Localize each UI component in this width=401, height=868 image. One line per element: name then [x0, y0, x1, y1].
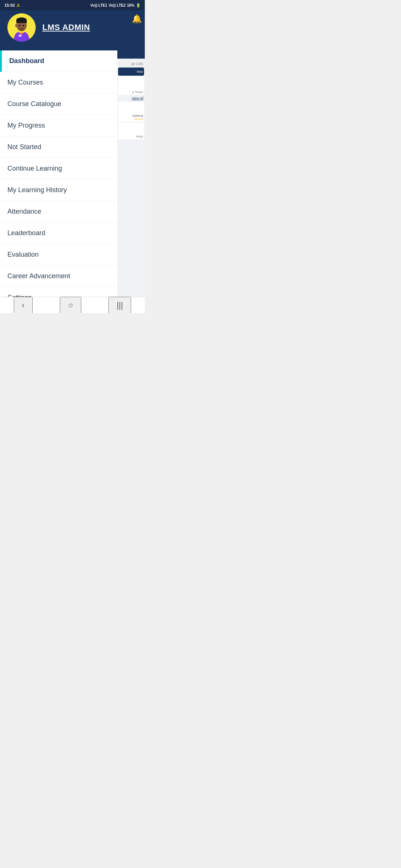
- nav-drawer: LMS ADMIN DashboardMy CoursesCourse Cata…: [0, 0, 117, 313]
- nav-menu: DashboardMy CoursesCourse CatalogueMy Pr…: [0, 50, 117, 313]
- sidebar-item-attendance[interactable]: Attendance: [0, 201, 117, 223]
- menu-button[interactable]: |||: [108, 297, 131, 313]
- sidebar-item-label-evaluation: Evaluation: [7, 251, 39, 259]
- status-right: Vo)) LTE1 Vo)) LTE2 16% 🔋: [91, 3, 140, 7]
- bottom-nav: ‹ ○ |||: [0, 297, 145, 313]
- time-display: 15:02: [4, 3, 15, 7]
- sidebar-item-label-my-progress: My Progress: [7, 122, 45, 129]
- sidebar-item-label-not-started: Not Started: [7, 143, 41, 151]
- sidebar-item-my-learning-history[interactable]: My Learning History: [0, 180, 117, 201]
- svg-rect-3: [19, 34, 22, 37]
- sidebar-item-label-attendance: Attendance: [7, 208, 41, 216]
- sidebar-item-label-career-advancement: Career Advancement: [7, 272, 70, 280]
- right-content: ge Cafe ress y Team View All Somna 46 Po…: [117, 59, 145, 142]
- partial-card-1: y Team: [118, 76, 144, 95]
- signal1-label: Vo)) LTE1: [91, 3, 107, 7]
- battery-icon: 🔋: [136, 3, 140, 7]
- partial-text-1: ge Cafe: [118, 61, 144, 67]
- sidebar-item-course-catalogue[interactable]: Course Catalogue: [0, 93, 117, 115]
- warning-icon: ⚠: [16, 3, 20, 8]
- user-name[interactable]: LMS ADMIN: [42, 23, 90, 32]
- sidebar-item-leaderboard[interactable]: Leaderboard: [0, 223, 117, 244]
- sidebar-item-continue-learning[interactable]: Continue Learning: [0, 158, 117, 180]
- partial-card-2: Somna 46 Poi: [118, 102, 144, 122]
- svg-point-9: [15, 24, 17, 27]
- sidebar-item-label-course-catalogue: Course Catalogue: [7, 100, 61, 108]
- right-panel: 🔔 ge Cafe ress y Team View All Somna 46 …: [117, 10, 145, 297]
- svg-point-7: [19, 25, 20, 27]
- status-left: 15:02 ⚠: [4, 3, 20, 8]
- sidebar-item-my-progress[interactable]: My Progress: [0, 115, 117, 137]
- sidebar-item-label-my-courses: My Courses: [7, 79, 43, 86]
- right-header: 🔔: [117, 10, 145, 59]
- partial-view-all: View All: [118, 96, 144, 101]
- svg-rect-6: [16, 20, 27, 23]
- svg-point-8: [23, 25, 24, 27]
- sidebar-item-my-courses[interactable]: My Courses: [0, 72, 117, 93]
- sidebar-item-not-started[interactable]: Not Started: [0, 137, 117, 158]
- back-button[interactable]: ‹: [14, 297, 33, 313]
- avatar-svg: [7, 13, 36, 42]
- home-button[interactable]: ○: [60, 297, 81, 313]
- sidebar-item-label-continue-learning: Continue Learning: [7, 165, 62, 172]
- status-bar: 15:02 ⚠ Vo)) LTE1 Vo)) LTE2 16% 🔋: [0, 0, 145, 10]
- sidebar-item-label-leaderboard: Leaderboard: [7, 229, 45, 237]
- sidebar-item-label-my-learning-history: My Learning History: [7, 186, 67, 194]
- sidebar-item-label-dashboard: Dashboard: [9, 57, 44, 65]
- bell-icon: 🔔: [132, 14, 142, 24]
- sidebar-item-evaluation[interactable]: Evaluation: [0, 244, 117, 266]
- signal2-label: Vo)) LTE2: [109, 3, 125, 7]
- sidebar-item-career-advancement[interactable]: Career Advancement: [0, 266, 117, 287]
- sidebar-item-dashboard[interactable]: Dashboard: [0, 50, 117, 72]
- svg-point-10: [19, 28, 25, 31]
- partial-text-2: ress: [118, 68, 144, 76]
- battery-label: 16%: [127, 3, 134, 7]
- partial-card-3: Help: [118, 123, 144, 139]
- avatar: [7, 13, 36, 42]
